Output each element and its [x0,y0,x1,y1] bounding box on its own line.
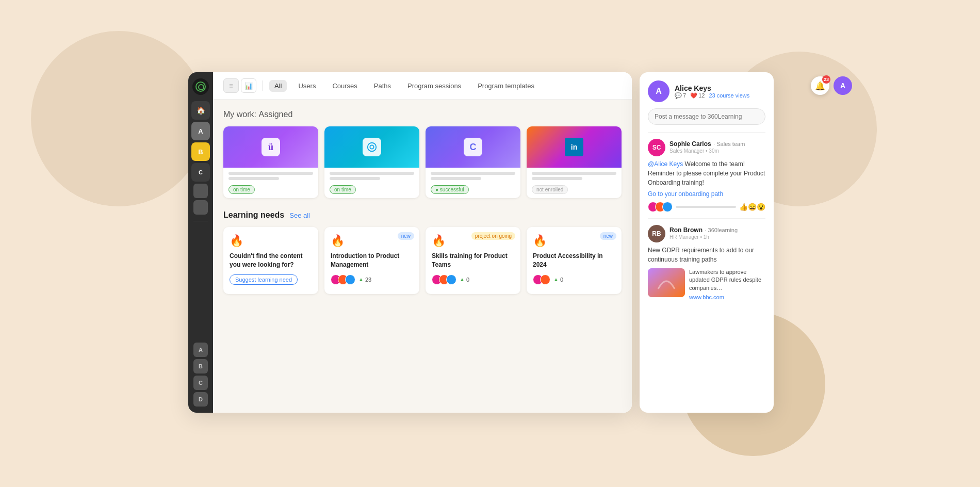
line-2a [330,172,414,175]
feed-item-sophie: SC Sophie Carlos · Sales team Sales Mana… [648,132,765,218]
sidebar-item-empty2 [193,200,208,215]
line-3b [431,177,481,180]
user-avatar-nav[interactable]: A [834,76,852,95]
top-nav: ≡ 📊 All Users Courses Paths Program sess… [213,72,632,100]
sidebar: 🏠 A B C A B C D [188,72,213,413]
sidebar-logo[interactable] [192,78,209,95]
course-body-3: ● successful [426,168,520,198]
line-1a [228,172,313,175]
course-lines-3 [431,172,515,180]
message-input[interactable] [648,108,765,125]
sidebar-letter-d[interactable]: D [193,392,208,407]
course-views-link[interactable]: 23 course views [709,92,749,99]
status-on-time-1: on time [228,185,255,194]
comment-count: 💬 7 [675,92,686,99]
news-content: Lawmakers to approve updated GDPR rules … [689,268,765,301]
sidebar-item-a[interactable]: A [191,122,210,140]
news-title: Lawmakers to approve updated GDPR rules … [689,268,765,292]
chart-view-button[interactable]: 📊 [241,78,256,93]
access-avatars [533,274,550,285]
right-panel: A Alice Keys 💬 7 ❤️ 12 23 course views S… [640,72,774,413]
notification-bell[interactable]: 🔔 23 [811,76,829,95]
feed-name-sophie: Sophie Carlos · Sales team [669,139,745,148]
tab-all[interactable]: All [269,80,287,92]
accessibility-title: Product Accessibility in 2024 [533,252,615,269]
sidebar-letter-c[interactable]: C [193,376,208,390]
line-1b [228,177,279,180]
need-card-intro-pm[interactable]: new 🔥 Introduction to Product Management… [324,227,419,294]
line-3a [431,172,515,175]
course-lines-1 [228,172,313,180]
avatar-ac2 [540,274,550,285]
feed-text-ron: New GDPR requirements to add to our cont… [648,246,765,264]
badge-new-1: new [398,232,414,240]
course-body-4: not enrolled [527,168,622,198]
learning-needs-header: Learning needs See all [223,210,622,220]
need-card-accessibility[interactable]: new 🔥 Product Accessibility in 2024 ▲ 0 [527,227,622,294]
see-all-link[interactable]: See all [289,212,310,219]
tab-courses[interactable]: Courses [327,80,362,92]
tab-program-sessions[interactable]: Program sessions [402,80,466,92]
sidebar-bottom: A B C D [193,343,208,407]
reaction-bar [676,206,736,208]
sidebar-item-empty1 [193,184,208,198]
course-icon-4: in [565,138,583,156]
suggest-action-button[interactable]: Suggest learning need [230,274,298,285]
nav-view-icons: ≡ 📊 [223,78,256,93]
tab-paths[interactable]: Paths [369,80,396,92]
need-card-skills[interactable]: project on going 🔥 Skills training for P… [426,227,520,294]
content-area: My work: Assigned ü on time [213,100,632,413]
sidebar-item-b[interactable]: B [191,142,210,161]
course-body-1: on time [223,168,318,198]
course-body-2: on time [324,168,419,198]
feed-header-sophie: SC Sophie Carlos · Sales team Sales Mana… [648,139,765,156]
reaction-avatars-sophie [648,202,673,212]
course-card-3[interactable]: C ● successful [426,126,520,198]
course-lines-4 [532,172,616,180]
nav-divider [263,80,263,91]
course-card-2[interactable]: on time [324,126,419,198]
feed-time-sophie: Sales Manager • 30m [669,148,745,154]
reaction-emojis: 👍😄😮 [739,203,765,211]
svg-rect-2 [648,268,685,297]
feed-reactions-sophie: 👍😄😮 [648,202,765,212]
suggest-title: Couldn't find the content you were looki… [230,252,312,269]
intro-pm-title: Introduction to Product Management [331,252,413,269]
course-icon-2 [363,138,381,156]
need-card-suggest[interactable]: 🔥 Couldn't find the content you were loo… [223,227,318,294]
tab-users[interactable]: Users [293,80,321,92]
like-count: ❤️ 12 [690,92,705,99]
user-avatar-large: A [648,80,669,102]
tab-program-templates[interactable]: Program templates [472,80,540,92]
news-url[interactable]: www.bbc.com [689,294,724,300]
intro-pm-votes: ▲ 23 [358,277,371,283]
sidebar-item-c[interactable]: C [191,163,210,182]
course-lines-2 [330,172,414,180]
course-card-1[interactable]: ü on time [223,126,318,198]
course-card-4[interactable]: in not enrolled [527,126,622,198]
feed-text-sophie: @Alice Keys Welcome to the team! Reminde… [648,159,765,187]
feed-meta-ron: Ron Brown · 360learning HR Manager • 1h [669,225,738,240]
avatar-s3 [446,274,456,285]
skills-title: Skills training for Product Teams [432,252,514,269]
user-stats: 💬 7 ❤️ 12 23 course views [675,92,749,99]
course-icon-3: C [464,138,482,156]
sidebar-divider [193,221,208,221]
course-thumb-3: C [426,126,520,168]
sidebar-item-home[interactable]: 🏠 [191,101,210,120]
suggest-icon: 🔥 [230,234,312,248]
sidebar-letter-b[interactable]: B [193,359,208,374]
feed-link-sophie[interactable]: Go to your onboarding path [648,190,765,198]
list-view-button[interactable]: ≡ [223,78,239,93]
skills-votes: ▲ 0 [460,277,469,283]
access-votes: ▲ 0 [553,277,563,283]
course-icon-1: ü [262,138,280,156]
user-name: Alice Keys [675,84,749,92]
logo-icon [195,82,206,92]
sidebar-letter-a[interactable]: A [193,343,208,357]
line-4b [532,177,582,180]
learning-needs-title: Learning needs [223,210,284,220]
main-content: ≡ 📊 All Users Courses Paths Program sess… [213,72,632,413]
skills-footer: ▲ 0 [432,274,514,285]
course-thumb-4: in [527,126,622,168]
